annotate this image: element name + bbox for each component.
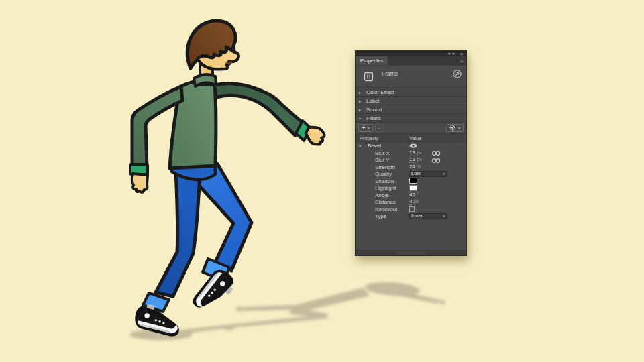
unit-label: % (417, 164, 421, 170)
section-label[interactable]: ▸ Label (356, 97, 466, 105)
prop-row-shadow: Shadow (356, 178, 466, 185)
chevron-right-icon: ▸ (359, 90, 364, 95)
tab-properties[interactable]: Properties (356, 56, 388, 65)
prop-row-highlight: Highlight (356, 184, 466, 192)
frame-icon (364, 72, 374, 83)
near-hand (132, 174, 148, 192)
remove-filter-button[interactable]: − (375, 124, 384, 132)
prop-label: Angle (375, 192, 388, 198)
live-preview-button[interactable] (453, 70, 462, 80)
selection-type-label: Frame (382, 70, 398, 77)
column-divider (460, 134, 461, 141)
chevron-down-icon: ▾ (443, 214, 445, 218)
far-hand (306, 127, 324, 145)
prop-row-type: Type Inner ▾ (356, 213, 466, 220)
chevron-down-icon: ▾ (458, 126, 460, 130)
prop-label: Blur X (375, 149, 390, 156)
angle-value[interactable]: 45 (409, 192, 415, 198)
strength-value[interactable]: 24 (409, 164, 415, 170)
add-filter-button[interactable]: + ▾ (358, 124, 373, 132)
chevron-down-icon: ▾ (368, 126, 370, 130)
prop-label: Shadow (375, 178, 394, 184)
prop-row-blur-x: Blur X 13px (356, 149, 466, 157)
chevron-down-icon: ▾ (359, 116, 364, 121)
section-label: Sound (366, 107, 382, 113)
section-color-effect[interactable]: ▸ Color Effect (356, 88, 466, 97)
filter-table: ▾ Bevel Blur X 13px Blur Y 13px Strength… (356, 142, 466, 220)
unit-label: px (417, 149, 422, 156)
prop-label: Distance (375, 199, 396, 205)
scrollbar-thumb[interactable] (396, 252, 426, 254)
filter-table-header: Property Value (356, 134, 466, 142)
prop-row-strength: Strength 24% (356, 164, 466, 171)
panel-bottom-bar[interactable] (356, 250, 466, 255)
panel-header: Frame (356, 66, 466, 88)
unit-label: ° (417, 192, 419, 198)
distance-value[interactable]: 4 (409, 198, 412, 205)
animate-stage: ∗∗ × Properties ≡ Frame ▸ Color Effect ▸… (0, 0, 644, 362)
panel-menu-icon[interactable]: ≡ (460, 56, 464, 65)
filter-options-button[interactable]: ▾ (446, 124, 464, 132)
prop-label: Highlight (375, 185, 396, 191)
prop-label: Strength (375, 164, 395, 170)
type-dropdown[interactable]: Inner ▾ (409, 213, 447, 219)
prop-label: Quality (375, 171, 392, 177)
chevron-down-icon[interactable]: ▾ (359, 143, 361, 148)
dropdown-value: Inner (411, 213, 423, 219)
prop-row-blur-y: Blur Y 13px (356, 156, 466, 164)
column-property: Property (360, 135, 378, 141)
unit-label: px (417, 156, 422, 162)
section-filters[interactable]: ▾ Filters (356, 114, 466, 123)
chevron-down-icon: ▾ (443, 172, 445, 176)
character-front-leg (135, 170, 200, 335)
close-panel-icon[interactable]: × (460, 52, 463, 56)
back-sneaker (193, 267, 237, 317)
highlight-color-swatch[interactable] (409, 185, 417, 191)
character-head (187, 21, 238, 86)
unit-label: px (413, 198, 419, 204)
prop-row-knockout: Knockout (356, 206, 466, 213)
section-label: Filters (366, 115, 381, 121)
properties-panel: ∗∗ × Properties ≡ Frame ▸ Color Effect ▸… (355, 50, 467, 256)
section-label: Color Effect (366, 89, 394, 95)
panel-titlebar: ∗∗ × (356, 51, 466, 56)
prop-label: Blur Y (375, 157, 390, 163)
prop-row-distance: Distance 4px (356, 198, 466, 206)
blur-y-value[interactable]: 13 (409, 156, 415, 163)
blur-x-value[interactable]: 13 (409, 149, 415, 156)
prop-row-angle: Angle 45° (356, 192, 466, 199)
section-label: Label (366, 98, 380, 104)
plus-icon: + (362, 125, 366, 131)
collapse-panel-icon[interactable]: ∗∗ (447, 52, 455, 56)
filter-name: Bevel (368, 143, 381, 149)
minus-icon: − (377, 125, 380, 131)
column-value: Value (409, 135, 422, 141)
prop-row-quality: Quality Low ▾ (356, 170, 466, 178)
filters-toolbar: + ▾ − ▾ (356, 123, 466, 134)
dropdown-value: Low (411, 171, 421, 176)
quality-dropdown[interactable]: Low ▾ (409, 171, 447, 177)
character-illustration (0, 0, 644, 362)
panel-tab-bar: Properties ≡ (356, 56, 466, 66)
section-sound[interactable]: ▸ Sound (356, 105, 466, 114)
prop-label: Knockout (375, 206, 397, 212)
chevron-right-icon: ▸ (359, 99, 364, 103)
character-far-arm (215, 84, 324, 145)
filter-row-bevel[interactable]: ▾ Bevel (356, 142, 466, 149)
prop-label: Type (375, 213, 386, 219)
chevron-right-icon: ▸ (359, 107, 364, 112)
column-divider (407, 134, 408, 141)
knockout-checkbox[interactable] (409, 206, 415, 212)
shadow-color-swatch[interactable] (409, 178, 417, 184)
gear-icon (449, 125, 455, 132)
